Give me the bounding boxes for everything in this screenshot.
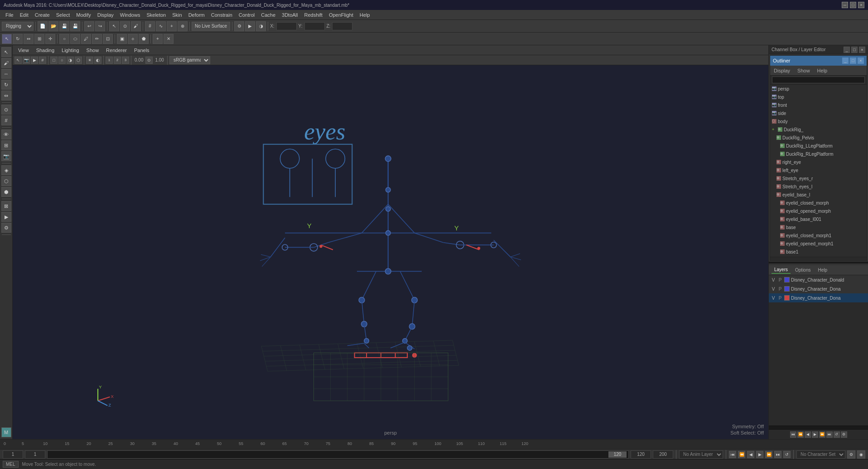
snap-btn[interactable]: # [1, 115, 11, 125]
cb-maximize[interactable]: □ [851, 47, 858, 53]
menu-skeleton[interactable]: Skeleton [144, 11, 169, 19]
redo-button[interactable]: ↪ [95, 21, 105, 31]
layers-tab-options[interactable]: Options [792, 267, 813, 273]
show-menu[interactable]: Show [84, 47, 102, 54]
rt-play[interactable]: ▶ [812, 431, 818, 438]
out-tab-display[interactable]: Display [770, 67, 794, 74]
out-maximize[interactable]: □ [850, 57, 856, 64]
layer-row-3[interactable]: V P Disney_Character_Dona [769, 293, 868, 302]
snap-grid-button[interactable]: # [145, 21, 155, 31]
ipr-button[interactable]: ◑ [256, 21, 266, 31]
extra-btn[interactable]: ⚙ [1, 223, 11, 233]
layers-tab-help[interactable]: Help [815, 267, 830, 273]
menu-file[interactable]: File [3, 11, 16, 19]
cb-expand[interactable]: _ [844, 47, 850, 53]
3d-viewport[interactable]: eyes [13, 65, 768, 439]
vp-resolution-low[interactable]: 1 [106, 57, 113, 64]
char-set-selector[interactable]: No Character Set [796, 450, 845, 459]
range-bar[interactable]: 120 [47, 450, 629, 459]
view-menu[interactable]: View [15, 47, 32, 54]
rt-settings[interactable]: ⚙ [841, 431, 847, 438]
out-item-eyelid-opened[interactable]: ⊕ eyelid_opened_morph [770, 207, 867, 215]
menu-display[interactable]: Display [95, 11, 116, 19]
vp-wireframe[interactable]: □ [50, 57, 58, 64]
out-item-left-eye[interactable]: ⊕ left_eye [770, 166, 867, 174]
cb-close[interactable]: × [859, 47, 865, 53]
minimize-button[interactable]: ─ [842, 2, 848, 8]
show-hide-btn[interactable]: 👁 [1, 129, 11, 139]
transport-settings[interactable]: ⚙ [847, 450, 855, 459]
lighting-menu[interactable]: Lighting [59, 47, 82, 54]
snap-point-button[interactable]: + [167, 21, 177, 31]
transport-prev[interactable]: ⏪ [738, 451, 745, 458]
timeline-ruler[interactable]: 0 5 10 15 20 25 30 35 40 45 50 55 60 65 … [0, 440, 868, 449]
out-close[interactable]: × [858, 57, 864, 64]
out-item-front[interactable]: 📷 front [770, 101, 867, 109]
vp-resolution-mid[interactable]: 2 [114, 57, 121, 64]
close-button[interactable]: × [858, 2, 864, 8]
outliner-hscrollbar[interactable] [770, 257, 867, 260]
max-range-input[interactable] [653, 450, 673, 459]
maximize-button[interactable]: □ [850, 2, 856, 8]
out-item-stretch-r[interactable]: ⊕ Stretch_eyes_r [770, 174, 867, 182]
menu-create[interactable]: Create [32, 11, 53, 19]
vp-texture[interactable]: ⬡ [75, 57, 82, 64]
out-item-body[interactable]: ⬡ body [770, 117, 867, 125]
range-end-input[interactable] [631, 450, 651, 459]
timeline-area[interactable]: 0 5 10 15 20 25 30 35 40 45 50 55 60 65 … [0, 439, 868, 449]
out-item-eyelid-closed[interactable]: ⊕ eyelid_closed_morph [770, 199, 867, 207]
transport-back[interactable]: ◀ [747, 451, 754, 458]
select-btn[interactable]: ↖ [1, 47, 11, 57]
transport-last[interactable]: ⏭ [774, 451, 781, 458]
camera-btn[interactable]: 📷 [1, 151, 11, 161]
out-item-lleg[interactable]: ⊕ DuckRig_LLegPlatform [770, 142, 867, 150]
new-scene-button[interactable]: 📄 [38, 21, 48, 31]
right-hscrollbar[interactable] [769, 426, 868, 429]
menu-help[interactable]: Help [357, 11, 373, 19]
undo-button[interactable]: ↩ [84, 21, 94, 31]
out-expand[interactable]: _ [842, 57, 849, 64]
render-settings-button[interactable]: ⚙ [234, 21, 244, 31]
out-item-eyelid-opened-morph1[interactable]: ⊕ eyelid_opened_morph1 [770, 239, 867, 248]
snap-curve-button[interactable]: ∿ [156, 21, 166, 31]
renderer-menu[interactable]: Renderer [103, 47, 130, 54]
menu-cache[interactable]: Cache [258, 11, 278, 19]
vp-shadow[interactable]: ◐ [94, 57, 101, 64]
scale-tool[interactable]: ⇔ [24, 34, 34, 44]
layer-row-2[interactable]: V P Disney_Character_Dona [769, 284, 868, 293]
soft-mod-tool[interactable]: ○ [59, 34, 69, 44]
paint-select-tool[interactable]: 🖌 [131, 21, 141, 31]
z-input[interactable] [332, 22, 352, 30]
lasso-tool[interactable]: ⊙ [120, 21, 130, 31]
paint-sel-btn[interactable]: 🖌 [1, 58, 11, 68]
mode-selector[interactable]: Rigging [2, 22, 34, 31]
out-item-duckrig-pelvis[interactable]: ⊕ DuckRig_Pelvis [770, 134, 867, 142]
vp-select[interactable]: ↖ [14, 57, 22, 64]
universal-manip[interactable]: ✛ [45, 34, 55, 44]
render2-btn[interactable]: ▶ [1, 212, 11, 222]
paint-tool[interactable]: 🖊 [81, 34, 91, 44]
out-item-right-eye[interactable]: ⊕ right_eye [770, 158, 867, 166]
layers-tab-layers[interactable]: Layers [772, 266, 791, 274]
select-tool[interactable]: ↖ [109, 21, 119, 31]
vp-smooth[interactable]: ○ [58, 57, 66, 64]
sculpt-tool[interactable]: ⬭ [70, 34, 80, 44]
save-as-button[interactable]: 💾 [70, 21, 80, 31]
transport-fwd[interactable]: ⏩ [765, 451, 772, 458]
gamma-selector[interactable]: sRGB gamma [169, 56, 210, 64]
rt-first[interactable]: ⏮ [790, 431, 796, 438]
y-input[interactable] [304, 22, 325, 30]
vp-light[interactable]: ☀ [86, 57, 93, 64]
menu-edit[interactable]: Edit [17, 11, 31, 19]
display-btn[interactable]: ◈ [1, 165, 11, 175]
panels-menu[interactable]: Panels [131, 47, 152, 54]
rotate-btn[interactable]: ↻ [1, 80, 11, 90]
vp-grid[interactable]: # [39, 57, 46, 64]
snap-view-button[interactable]: ⊕ [178, 21, 188, 31]
out-item-duckrig[interactable]: + ⊕ DuckRig_ [770, 125, 867, 134]
out-item-eyelid-base[interactable]: ⊕ eyelid_base_l [770, 191, 867, 199]
transport-loop[interactable]: ↺ [783, 451, 791, 458]
vp-resolution-high[interactable]: 3 [122, 57, 129, 64]
transport-extra[interactable]: ◉ [857, 450, 865, 459]
out-tab-help[interactable]: Help [814, 67, 831, 74]
